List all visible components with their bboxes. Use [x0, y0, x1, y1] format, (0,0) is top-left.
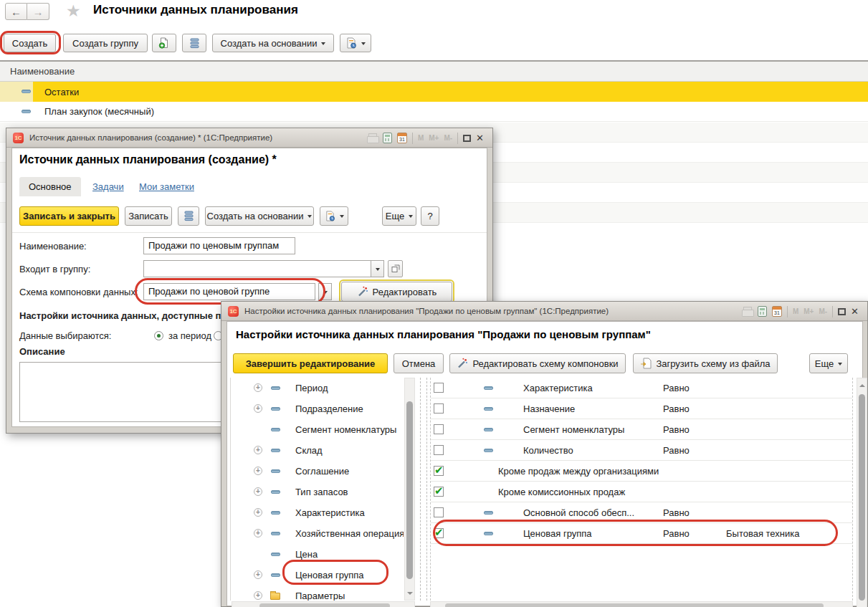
filters-horizontal-scrollbar[interactable]: [430, 601, 853, 607]
tree-horizontal-scrollbar[interactable]: [232, 601, 415, 607]
report-dropdown-button[interactable]: [340, 34, 371, 52]
tree-item-segment[interactable]: Сегмент номенклатуры: [234, 419, 404, 440]
list-row-plan-zakupok[interactable]: План закупок (месячный): [0, 102, 868, 122]
filter-row-osnovnoy-sposob[interactable]: Основной способ обесп... Равно: [431, 502, 852, 523]
tree-item-tip-zapasov[interactable]: +Тип запасов: [234, 482, 404, 502]
checkbox-checked[interactable]: ✔: [434, 466, 444, 476]
open-parent-group-button[interactable]: [388, 260, 403, 277]
filter-row-naznachenie[interactable]: Назначение Равно: [431, 398, 852, 419]
panel-splitter[interactable]: [426, 378, 427, 601]
help-button[interactable]: ?: [421, 206, 439, 226]
tree-item-cena[interactable]: Цена: [234, 544, 404, 565]
expand-icon[interactable]: +: [254, 570, 262, 579]
memory-plus-button[interactable]: M+: [429, 134, 439, 142]
create-group-button[interactable]: Создать группу: [63, 34, 148, 52]
panel-splitter[interactable]: [420, 378, 421, 601]
close-icon[interactable]: ✕: [851, 307, 859, 316]
filters-vertical-scrollbar[interactable]: [857, 378, 867, 607]
expand-icon[interactable]: +: [254, 467, 262, 475]
tree-item-parametry[interactable]: +Параметры: [234, 586, 404, 601]
expand-icon[interactable]: +: [254, 383, 262, 392]
calculator-icon[interactable]: [383, 133, 392, 143]
checkbox[interactable]: [434, 445, 444, 455]
memory-button[interactable]: M: [793, 307, 798, 315]
close-icon[interactable]: ✕: [476, 133, 484, 143]
dcs-input[interactable]: Продажи по ценовой группе: [143, 283, 315, 300]
tree-item-cenovaya-gruppa[interactable]: +Ценовая группа: [234, 565, 404, 586]
calendar-icon[interactable]: 31: [397, 133, 407, 143]
calculator-icon[interactable]: [758, 306, 767, 317]
tree-item-soglashenie[interactable]: +Соглашение: [234, 461, 404, 482]
load-schema-button[interactable]: Загрузить схему из файла: [633, 353, 778, 373]
report-dropdown-button[interactable]: [320, 206, 348, 226]
filters-scrollbar-thumb[interactable]: [859, 394, 865, 601]
maximize-icon[interactable]: [463, 135, 471, 142]
checkbox[interactable]: [434, 507, 444, 517]
filter-row-segment[interactable]: Сегмент номенклатуры Равно: [431, 419, 852, 440]
checkbox[interactable]: [434, 403, 444, 414]
radio-za-period-label[interactable]: за период: [168, 330, 211, 341]
calendar-icon[interactable]: 31: [772, 306, 782, 317]
more-button[interactable]: Еще: [382, 206, 416, 226]
checkbox[interactable]: [434, 383, 444, 393]
scroll-up-arrow-icon[interactable]: [859, 381, 865, 387]
create-copy-button[interactable]: [152, 34, 176, 52]
list-column-header[interactable]: Наименование: [0, 60, 868, 82]
checkbox[interactable]: [434, 424, 444, 434]
tree-vertical-scrollbar[interactable]: [404, 378, 415, 601]
tree-item-podrazdelenie[interactable]: +Подразделение: [234, 398, 404, 419]
create-button[interactable]: Создать: [4, 34, 56, 52]
more-button[interactable]: Еще: [809, 353, 848, 373]
forward-button[interactable]: →: [27, 3, 49, 20]
memory-minus-button[interactable]: M-: [444, 134, 452, 142]
name-input[interactable]: Продажи по ценовым группам: [143, 237, 295, 254]
expand-icon[interactable]: +: [254, 404, 262, 413]
dcs-dropdown-button[interactable]: [318, 283, 332, 300]
filter-row-krome-komissionnyh[interactable]: ✔ Кроме комиссионных продаж: [431, 482, 852, 502]
memory-button[interactable]: M: [418, 134, 424, 142]
expand-icon[interactable]: +: [254, 508, 262, 517]
tab-tasks[interactable]: Задачи: [92, 177, 124, 196]
finish-editing-button[interactable]: Завершить редактирование: [233, 353, 388, 373]
tree-item-sklad[interactable]: +Склад: [234, 440, 404, 461]
expand-icon[interactable]: +: [254, 529, 262, 537]
filter-row-krome-prodazh[interactable]: ✔ Кроме продаж между организациями: [431, 461, 852, 482]
back-button[interactable]: ←: [5, 3, 27, 20]
tree-scrollbar-thumb[interactable]: [406, 401, 413, 579]
list-row-ostatki[interactable]: Остатки: [0, 82, 868, 102]
expand-icon[interactable]: +: [254, 446, 262, 454]
maximize-icon[interactable]: [838, 308, 846, 315]
checkbox-checked[interactable]: ✔: [434, 528, 444, 538]
tab-notes[interactable]: Мои заметки: [139, 177, 194, 196]
tree-hscrollbar-thumb[interactable]: [259, 603, 390, 607]
memory-minus-button[interactable]: M-: [819, 307, 827, 315]
expand-icon[interactable]: +: [254, 591, 262, 600]
print-icon[interactable]: [742, 307, 753, 316]
parent-group-dropdown-button[interactable]: [371, 260, 384, 277]
filter-row-cenovaya-gruppa[interactable]: ✔ Ценовая группа Равно Бытовая техника: [431, 523, 852, 544]
create-based-on-button[interactable]: Создать на основании: [205, 206, 314, 226]
tree-item-period[interactable]: +Период: [234, 378, 404, 398]
configure-list-button[interactable]: [178, 206, 199, 226]
checkbox-checked[interactable]: ✔: [434, 487, 444, 497]
save-button[interactable]: Записать: [125, 206, 172, 226]
tab-main[interactable]: Основное: [19, 177, 81, 196]
memory-plus-button[interactable]: M+: [803, 307, 814, 315]
radio-za-period[interactable]: [154, 331, 163, 340]
edit-schema-button[interactable]: Редактировать схему компоновки: [449, 353, 626, 373]
tree-item-hoz-operaciya[interactable]: +Хозяйственная операция: [234, 523, 404, 544]
save-and-close-button[interactable]: Записать и закрыть: [19, 206, 119, 226]
configure-list-button[interactable]: [182, 34, 206, 52]
cancel-button[interactable]: Отмена: [394, 353, 444, 373]
parent-group-input[interactable]: [143, 260, 371, 277]
filter-row-kolichestvo[interactable]: Количество Равно: [431, 440, 852, 461]
tree-item-harakteristika[interactable]: +Характеристика: [234, 502, 404, 523]
create-based-on-button[interactable]: Создать на основании: [212, 34, 334, 52]
expand-icon[interactable]: +: [254, 487, 262, 496]
filter-row-harakteristika[interactable]: Характеристика Равно: [431, 378, 852, 398]
scroll-down-arrow-icon[interactable]: [407, 592, 413, 598]
filters-hscrollbar-thumb[interactable]: [445, 603, 824, 607]
print-icon[interactable]: [367, 133, 378, 143]
favorites-star-icon[interactable]: ★: [66, 1, 81, 21]
edit-dcs-button[interactable]: Редактировать: [341, 282, 452, 302]
